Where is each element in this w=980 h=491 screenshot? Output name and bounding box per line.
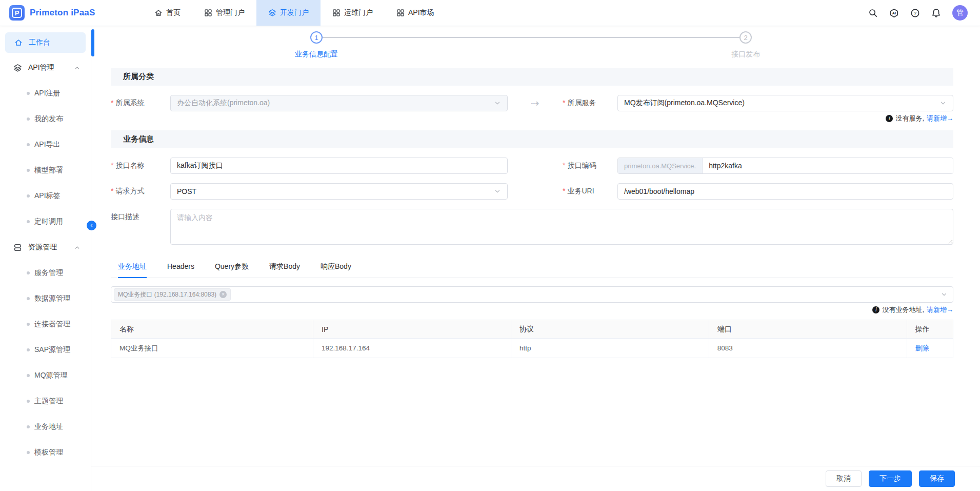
sidebar-item-business-address[interactable]: 业务地址	[0, 414, 91, 440]
method-select[interactable]: POST	[170, 183, 508, 200]
tag-close-icon[interactable]: ×	[219, 291, 227, 298]
chevron-up-icon	[74, 244, 81, 251]
required-mark: *	[563, 161, 565, 169]
brand-logo-letter: P	[15, 9, 19, 17]
sidebar-item-api-export[interactable]: API导出	[0, 132, 91, 158]
sidebar-item-service-mgmt[interactable]: 服务管理	[0, 260, 91, 286]
sidebar-item-topic-mgmt[interactable]: 主题管理	[0, 388, 91, 414]
nav-home[interactable]: 首页	[143, 0, 192, 26]
description-textarea[interactable]	[170, 209, 953, 245]
nav-admin-portal-label: 管理门户	[216, 8, 245, 17]
table-row: MQ业务接口 192.168.17.164 http 8083 删除	[111, 339, 953, 358]
address-table: 名称 IP 协议 端口 操作 MQ业务接口 192.168.17.164 htt…	[111, 320, 953, 358]
tab-business-address[interactable]: 业务地址	[118, 258, 147, 278]
api-code-prefix: primeton.oa.MQService.	[618, 158, 703, 173]
sidebar-group-resource-management[interactable]: 资源管理	[0, 234, 91, 260]
sidebar-item-api-tags[interactable]: API标签	[0, 183, 91, 209]
service-add-link[interactable]: 请新增→	[927, 114, 953, 123]
chevron-down-icon	[494, 100, 501, 107]
sidebar-item-model-deploy[interactable]: 模型部署	[0, 158, 91, 183]
address-hint-text: 没有业务地址,	[882, 305, 924, 315]
tab-response-body[interactable]: 响应Body	[321, 258, 351, 278]
tab-headers[interactable]: Headers	[167, 258, 194, 278]
api-code-input[interactable]	[703, 158, 953, 173]
sidebar-item-workbench[interactable]: 工作台	[5, 32, 86, 53]
sidebar-item-api-register[interactable]: API注册	[0, 81, 91, 106]
address-add-link[interactable]: 请新增→	[927, 305, 953, 315]
uri-label: *业务URI	[563, 187, 617, 196]
nav-dev-portal-label: 开发门户	[280, 8, 309, 17]
sidebar-item-mq-source-mgmt[interactable]: MQ源管理	[0, 363, 91, 388]
step-2-circle: 2	[739, 31, 752, 44]
sidebar-item-label: 主题管理	[34, 397, 63, 406]
search-icon[interactable]	[868, 8, 878, 18]
next-step-button[interactable]: 下一步	[869, 470, 912, 487]
help-icon[interactable]: ?	[910, 8, 920, 18]
tab-query-params[interactable]: Query参数	[215, 258, 249, 278]
nav-api-market[interactable]: API市场	[385, 0, 446, 26]
sidebar-group-label: API管理	[28, 63, 54, 72]
grid-icon	[332, 9, 341, 17]
bell-icon[interactable]	[931, 8, 941, 18]
classification-row: *所属系统 办公自动化系统(primeton.oa) ⇢ *所属服务 MQ发布订…	[111, 95, 953, 111]
dashed-arrow-icon: ⇢	[531, 97, 539, 109]
nav-dev-portal[interactable]: 开发门户	[256, 0, 321, 26]
stepper-connector	[323, 37, 739, 38]
sidebar-item-my-publish[interactable]: 我的发布	[0, 106, 91, 132]
svg-text:AI: AI	[892, 11, 896, 15]
brand-logo-icon: P	[9, 5, 25, 21]
cancel-button[interactable]: 取消	[826, 470, 862, 487]
required-mark: *	[111, 99, 113, 107]
chevron-up-icon	[74, 65, 81, 71]
info-icon: i	[886, 115, 893, 122]
top-bar: P Primeton iPaaS 首页 管理门户 开发门户 运维门户 API市场…	[0, 0, 980, 26]
sidebar-item-datasource-mgmt[interactable]: 数据源管理	[0, 286, 91, 311]
api-name-label: *接口名称	[111, 161, 170, 170]
sidebar-item-label: 业务地址	[34, 422, 63, 431]
cell-port: 8083	[709, 339, 907, 358]
service-hint-text: 没有服务,	[895, 114, 924, 123]
address-tag-label: MQ业务接口 (192.168.17.164:8083)	[118, 290, 216, 299]
service-hint: i 没有服务, 请新增→	[111, 114, 953, 123]
nav-ops-portal[interactable]: 运维门户	[321, 0, 385, 26]
step-2-label: 接口发布	[694, 50, 797, 59]
avatar[interactable]: 管	[952, 5, 968, 21]
delete-link[interactable]: 删除	[915, 344, 929, 352]
sidebar-item-label: 模型部署	[34, 166, 63, 175]
tab-request-body[interactable]: 请求Body	[269, 258, 300, 278]
cell-name: MQ业务接口	[111, 339, 313, 358]
nav-api-market-label: API市场	[408, 8, 434, 17]
method-label: *请求方式	[111, 187, 170, 196]
form-content: 所属分类 *所属系统 办公自动化系统(primeton.oa) ⇢ *所属服务 …	[111, 68, 953, 358]
ai-assistant-icon[interactable]: AI	[889, 8, 899, 18]
step-1-circle: 1	[310, 31, 323, 44]
sidebar-group-api-management[interactable]: API管理	[0, 55, 91, 81]
sidebar-item-template-mgmt[interactable]: 模板管理	[0, 440, 91, 465]
sidebar-collapse-button[interactable]: ‹	[87, 221, 96, 230]
layers-icon	[13, 64, 22, 72]
nav-ops-portal-label: 运维门户	[344, 8, 373, 17]
address-select[interactable]: MQ业务接口 (192.168.17.164:8083) ×	[111, 286, 953, 303]
save-button[interactable]: 保存	[919, 470, 955, 487]
sidebar-item-label: 连接器管理	[34, 320, 70, 329]
sidebar-item-scheduled-call[interactable]: 定时调用	[0, 209, 91, 234]
sidebar: 工作台 API管理 API注册 我的发布 API导出 模型部署 API标签 定时…	[0, 26, 91, 491]
sidebar-item-sap-source-mgmt[interactable]: SAP源管理	[0, 337, 91, 363]
main-content: 1 业务信息配置 2 接口发布 所属分类 *所属系统 办公自动化系统(prime…	[91, 26, 980, 491]
service-select[interactable]: MQ发布订阅(primeton.oa.MQService)	[617, 95, 953, 111]
cell-ip: 192.168.17.164	[313, 339, 511, 358]
col-ip: IP	[313, 320, 511, 339]
uri-input[interactable]	[617, 183, 953, 200]
system-select[interactable]: 办公自动化系统(primeton.oa)	[170, 95, 508, 111]
step-1-label: 业务信息配置	[265, 50, 368, 59]
description-label: 接口描述	[111, 209, 170, 222]
sidebar-item-connector-mgmt[interactable]: 连接器管理	[0, 311, 91, 337]
business-row-1: *接口名称 *接口编码 primeton.oa.MQService.	[111, 158, 953, 174]
sidebar-item-label: API标签	[34, 191, 61, 201]
grid-icon	[204, 9, 212, 17]
required-mark: *	[111, 187, 113, 195]
nav-home-label: 首页	[166, 8, 181, 17]
api-name-input[interactable]	[170, 158, 508, 174]
nav-admin-portal[interactable]: 管理门户	[192, 0, 256, 26]
required-mark: *	[111, 161, 113, 169]
